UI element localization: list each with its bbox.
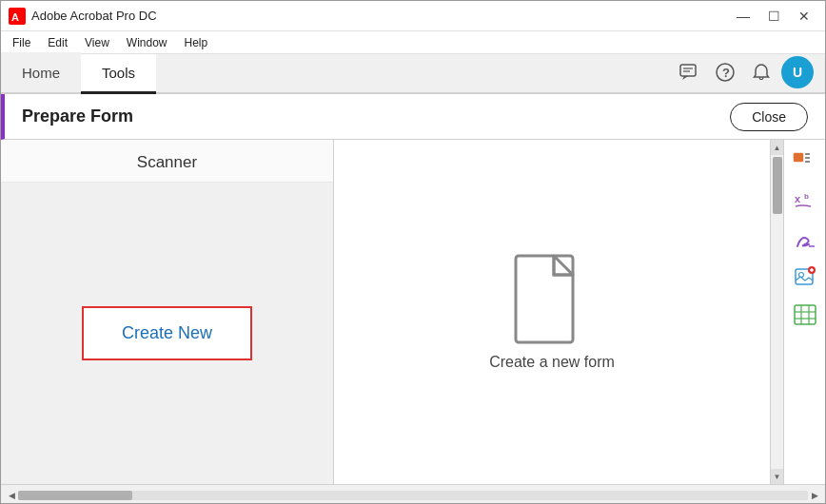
- h-scroll-track[interactable]: [18, 491, 808, 500]
- maximize-button[interactable]: ☐: [760, 6, 787, 27]
- image-field-button[interactable]: [788, 260, 822, 294]
- bell-icon-button[interactable]: [745, 56, 777, 88]
- window-title: Adobe Acrobat Pro DC: [31, 9, 157, 23]
- window-close-button[interactable]: ✕: [791, 6, 817, 27]
- content-wrapper: Scanner Create New Create a new form: [1, 140, 825, 504]
- right-toolbar: x b: [783, 140, 825, 484]
- grid-list-icon: [793, 152, 817, 173]
- svg-text:x: x: [795, 193, 801, 204]
- svg-rect-10: [805, 153, 810, 155]
- grid-list-toggle-button[interactable]: [788, 145, 822, 180]
- tab-bar: Home Tools ? U: [1, 54, 825, 94]
- menu-window[interactable]: Window: [119, 34, 175, 51]
- create-form-label: Create a new form: [489, 354, 615, 371]
- h-scroll-left-arrow[interactable]: ◀: [5, 491, 18, 500]
- prepare-form-bar: Prepare Form Close: [1, 94, 825, 140]
- scroll-area: Scanner Create New Create a new form: [1, 140, 825, 484]
- svg-text:A: A: [11, 11, 19, 23]
- signature-icon: [792, 225, 818, 252]
- left-panel: Scanner Create New: [1, 140, 334, 484]
- svg-text:?: ?: [722, 66, 730, 80]
- title-bar-controls: — ☐ ✕: [730, 6, 817, 27]
- h-scroll-right-arrow[interactable]: ▶: [808, 491, 821, 500]
- tab-tools[interactable]: Tools: [81, 54, 156, 94]
- svg-point-17: [798, 273, 803, 278]
- title-bar-left: A Adobe Acrobat Pro DC: [9, 8, 157, 25]
- scroll-thumb-vertical[interactable]: [773, 157, 782, 214]
- prepare-form-title: Prepare Form: [22, 107, 133, 126]
- svg-rect-21: [795, 305, 816, 324]
- scroll-down-arrow[interactable]: ▼: [771, 469, 784, 484]
- svg-rect-11: [805, 157, 810, 159]
- horizontal-scrollbar[interactable]: ◀ ▶: [1, 484, 825, 504]
- acrobat-icon: A: [9, 8, 26, 25]
- chat-icon: [678, 62, 699, 83]
- user-avatar-button[interactable]: U: [781, 56, 814, 88]
- menu-file[interactable]: File: [5, 34, 38, 51]
- title-bar: A Adobe Acrobat Pro DC — ☐ ✕: [1, 1, 825, 31]
- main-content: Scanner Create New Create a new form: [1, 140, 770, 484]
- create-new-container: Create New: [1, 183, 333, 484]
- svg-rect-2: [680, 65, 696, 76]
- help-icon: ?: [715, 62, 736, 83]
- tab-bar-right: ? U: [673, 52, 825, 92]
- chat-icon-button[interactable]: [673, 56, 705, 88]
- image-field-icon: [792, 263, 818, 290]
- menu-view[interactable]: View: [77, 34, 117, 51]
- h-scroll-thumb[interactable]: [18, 491, 132, 500]
- table-field-icon: [792, 301, 818, 328]
- create-new-button[interactable]: Create New: [82, 306, 252, 360]
- menu-edit[interactable]: Edit: [40, 34, 75, 51]
- svg-rect-9: [794, 153, 803, 162]
- close-tool-button[interactable]: Close: [730, 103, 808, 131]
- center-panel: Create a new form: [334, 140, 770, 484]
- formula-icon: x b: [792, 187, 818, 214]
- right-panel: Create a new form: [334, 140, 770, 484]
- formula-button[interactable]: x b: [788, 184, 822, 218]
- bell-icon: [751, 62, 772, 83]
- menu-help[interactable]: Help: [177, 34, 216, 51]
- vertical-scrollbar[interactable]: ▲ ▼: [770, 140, 783, 484]
- signature-button[interactable]: [788, 222, 822, 256]
- svg-text:b: b: [804, 192, 809, 201]
- tab-home[interactable]: Home: [1, 52, 81, 92]
- minimize-button[interactable]: —: [730, 6, 757, 27]
- help-icon-button[interactable]: ?: [709, 56, 741, 88]
- menu-bar: File Edit View Window Help: [1, 31, 825, 54]
- table-field-button[interactable]: [788, 298, 822, 332]
- document-icon: [514, 254, 590, 344]
- scanner-label: Scanner: [1, 140, 333, 183]
- svg-rect-12: [805, 161, 810, 163]
- scroll-up-arrow[interactable]: ▲: [771, 140, 784, 155]
- doc-icon-wrap: [514, 254, 590, 344]
